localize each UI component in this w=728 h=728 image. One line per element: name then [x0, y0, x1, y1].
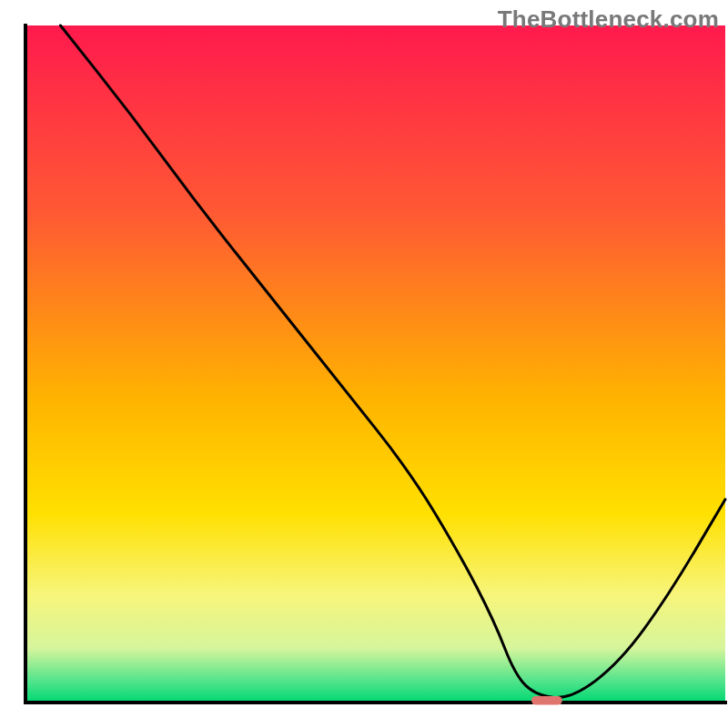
- watermark-label: TheBottleneck.com: [498, 5, 719, 34]
- plot-background: [25, 25, 725, 703]
- chart-svg: [0, 0, 728, 728]
- optimal-marker: [531, 696, 562, 705]
- bottleneck-chart: TheBottleneck.com: [0, 0, 728, 728]
